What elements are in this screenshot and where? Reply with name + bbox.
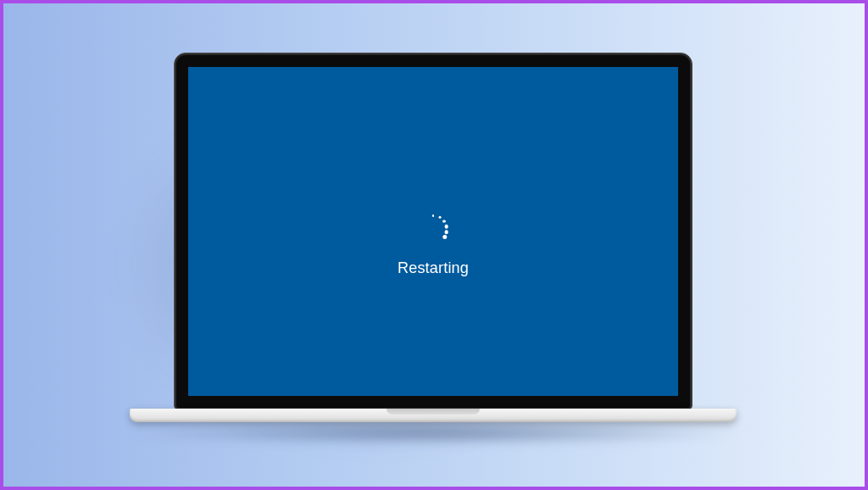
status-text: Restarting	[398, 259, 469, 277]
spinner-dot	[442, 235, 447, 239]
loading-spinner-icon	[415, 212, 451, 248]
laptop-lid: Restarting	[174, 53, 693, 410]
spinner-dot	[438, 216, 441, 219]
spinner-dot	[444, 231, 448, 235]
laptop-device: Restarting	[174, 53, 693, 490]
laptop-base	[130, 409, 737, 422]
restart-screen: Restarting	[188, 67, 678, 396]
spinner-dot	[432, 214, 434, 216]
spinner-dot	[442, 220, 446, 223]
base-shadow	[130, 422, 737, 444]
spinner-dot	[445, 225, 448, 228]
